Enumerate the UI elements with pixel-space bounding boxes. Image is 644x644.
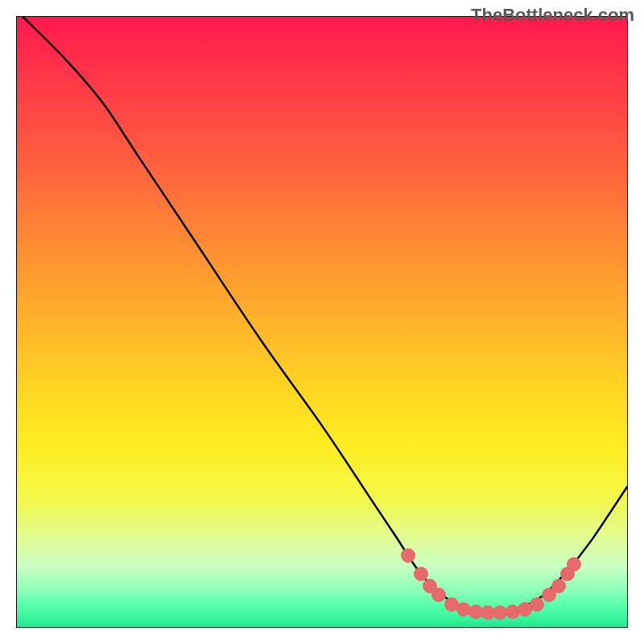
data-dot [567, 557, 581, 572]
data-dot [530, 597, 544, 612]
data-dot [551, 579, 566, 593]
curve-svg [17, 17, 627, 627]
bottleneck-curve [23, 17, 627, 612]
attribution-text: TheBottleneck.com [471, 5, 634, 26]
chart-container: TheBottleneck.com [0, 0, 644, 644]
plot-area [16, 16, 628, 628]
data-dot [401, 548, 415, 563]
